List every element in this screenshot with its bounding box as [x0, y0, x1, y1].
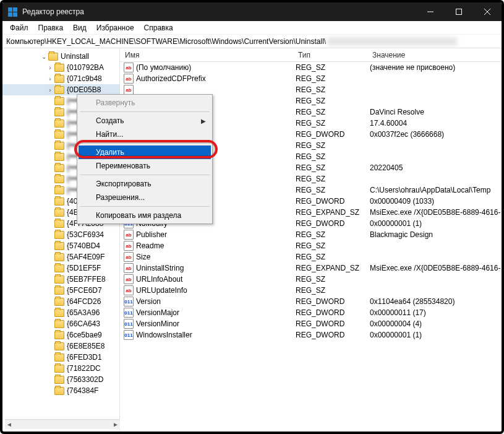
- tree-item[interactable]: {6E8E85E8: [2, 341, 119, 352]
- tree-item[interactable]: ›{071c9b48: [2, 73, 119, 84]
- ctx-rename[interactable]: Переименовать: [79, 159, 211, 173]
- ctx-copy-key-name[interactable]: Копировать имя раздела: [79, 209, 211, 222]
- tree-item[interactable]: {5EB7FFE8: [2, 274, 119, 285]
- tree-item[interactable]: {66CA643: [2, 318, 119, 329]
- folder-icon: [54, 197, 64, 206]
- value-row[interactable]: 011VersionREG_DWORD0x1104ea64 (285534820…: [120, 296, 502, 307]
- value-type: REG_SZ: [296, 186, 370, 194]
- string-icon: ab: [124, 241, 134, 251]
- value-row[interactable]: abPublisherREG_SZBlackmagic Design: [120, 229, 502, 240]
- tree-item[interactable]: {71822DC: [2, 363, 119, 374]
- value-type: REG_DWORD: [296, 297, 370, 306]
- value-row[interactable]: abURLUpdateInfoREG_SZ: [120, 285, 502, 296]
- folder-icon: [54, 97, 64, 105]
- value-name: URLInfoAbout: [136, 275, 296, 284]
- value-type: REG_SZ: [296, 74, 370, 83]
- horizontal-scrollbar[interactable]: ◄►: [5, 419, 120, 429]
- value-type: REG_DWORD: [296, 319, 370, 328]
- value-type: REG_DWORD: [296, 130, 370, 139]
- value-type: REG_EXPAND_SZ: [296, 208, 370, 217]
- menu-view[interactable]: Вид: [68, 22, 92, 33]
- value-type: REG_DWORD: [296, 219, 370, 228]
- tree-item[interactable]: {5D1EF5F: [2, 263, 119, 274]
- string-icon: ab: [124, 285, 134, 295]
- value-data: 0x00000011 (17): [370, 308, 502, 317]
- tree-root[interactable]: ⌄Uninstall: [2, 51, 119, 62]
- close-button[interactable]: [473, 2, 502, 21]
- svg-rect-1: [456, 9, 462, 15]
- value-row[interactable]: ab(По умолчанию)REG_SZ(значение не присв…: [120, 62, 502, 73]
- ctx-delete[interactable]: Удалить: [79, 145, 211, 159]
- value-row[interactable]: 011VersionMinorREG_DWORD0x00000004 (4): [120, 318, 502, 329]
- menu-help[interactable]: Справка: [139, 22, 178, 33]
- value-data: 0x00000001 (1): [370, 331, 502, 339]
- title-bar: Редактор реестра: [2, 2, 502, 21]
- value-row[interactable]: abSizeREG_SZ: [120, 251, 502, 263]
- value-name: Readme: [136, 241, 296, 250]
- folder-icon: [54, 354, 64, 362]
- value-row[interactable]: abReadmeREG_SZ: [120, 240, 502, 251]
- string-icon: ab: [124, 230, 134, 240]
- value-row[interactable]: 011VersionMajorREG_DWORD0x00000011 (17): [120, 307, 502, 318]
- value-name: Version: [136, 297, 296, 306]
- minimize-button[interactable]: [416, 2, 445, 21]
- tree-item[interactable]: ›{010792BA: [2, 62, 119, 73]
- value-row[interactable]: abURLInfoAboutREG_SZ: [120, 274, 502, 285]
- maximize-button[interactable]: [445, 2, 473, 21]
- value-type: REG_SZ: [296, 253, 370, 261]
- menu-favorites[interactable]: Избранное: [92, 22, 139, 33]
- value-name: URLUpdateInfo: [136, 286, 296, 295]
- value-row[interactable]: abUninstallStringREG_EXPAND_SZMsiExec.ex…: [120, 263, 502, 274]
- ctx-find[interactable]: Найти...: [79, 128, 211, 141]
- col-type[interactable]: Тип: [293, 51, 367, 59]
- folder-icon: [54, 86, 64, 94]
- value-data: 0x0037f2ec (3666668): [370, 130, 502, 139]
- col-name[interactable]: Имя: [120, 51, 293, 59]
- value-name: AuthorizedCDFPrefix: [136, 74, 296, 83]
- tree-item[interactable]: {53CF6934: [2, 229, 119, 240]
- menu-file[interactable]: Файл: [5, 22, 33, 33]
- value-data: 0x1104ea64 (285534820): [370, 297, 502, 306]
- ctx-new[interactable]: Создать▶: [79, 114, 211, 128]
- folder-icon: [54, 276, 64, 284]
- ctx-export[interactable]: Экспортировать: [79, 177, 211, 191]
- address-bar[interactable]: Компьютер\HKEY_LOCAL_MACHINE\SOFTWARE\Mi…: [2, 35, 502, 48]
- folder-icon: [54, 298, 64, 306]
- value-data: Blackmagic Design: [370, 230, 502, 239]
- menu-edit[interactable]: Правка: [33, 22, 69, 33]
- folder-icon: [54, 264, 64, 272]
- tree-item[interactable]: {7563302D: [2, 374, 119, 385]
- value-type: REG_SZ: [296, 275, 370, 284]
- tree-item[interactable]: {6FED3D1: [2, 352, 119, 363]
- tree-item[interactable]: {5FCE6D7: [2, 285, 119, 296]
- value-type: REG_SZ: [296, 85, 370, 94]
- tree-item[interactable]: {64FCD26: [2, 296, 119, 307]
- ctx-sep: [80, 206, 210, 207]
- folder-icon: [54, 320, 64, 328]
- value-data: 20220405: [370, 163, 502, 172]
- tree-item[interactable]: {5740BD4: [2, 240, 119, 251]
- value-data: DaVinci Resolve: [370, 108, 502, 116]
- col-value[interactable]: Значение: [367, 51, 502, 59]
- string-icon: ab: [124, 74, 134, 84]
- folder-icon: [54, 119, 64, 128]
- folder-icon: [54, 175, 64, 183]
- tree-item[interactable]: {764384F: [2, 385, 119, 396]
- value-row[interactable]: abAuthorizedCDFPrefixREG_SZ: [120, 73, 502, 84]
- folder-icon: [54, 242, 64, 250]
- ctx-permissions[interactable]: Разрешения...: [79, 191, 211, 204]
- folder-icon: [54, 142, 64, 150]
- ctx-expand[interactable]: Развернуть: [79, 96, 211, 110]
- value-row[interactable]: 011WindowsInstallerREG_DWORD0x00000001 (…: [120, 329, 502, 341]
- value-type: REG_DWORD: [296, 197, 370, 206]
- tree-item[interactable]: {65A3A96: [2, 307, 119, 318]
- values-header[interactable]: Имя Тип Значение: [120, 48, 502, 62]
- folder-icon: [54, 253, 64, 261]
- tree-item[interactable]: {6ce5bae9: [2, 329, 119, 341]
- context-menu: Развернуть Создать▶ Найти... Удалить Пер…: [77, 94, 213, 224]
- tree-item[interactable]: {5AF4E09F: [2, 251, 119, 263]
- window-buttons: [416, 2, 502, 21]
- value-type: REG_SZ: [296, 141, 370, 150]
- string-icon: ab: [124, 274, 134, 284]
- address-blurred-guid: [327, 37, 457, 46]
